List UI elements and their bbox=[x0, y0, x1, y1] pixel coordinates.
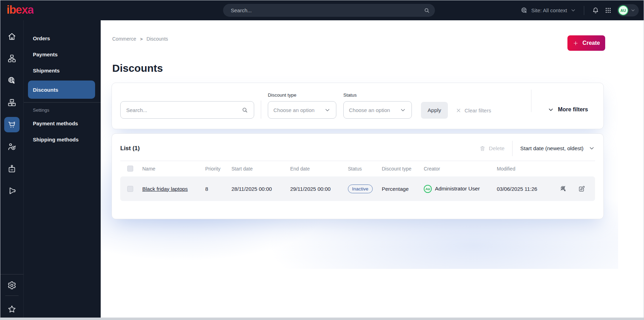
menu-item-discounts[interactable]: Discounts bbox=[28, 81, 95, 99]
apply-button[interactable]: Apply bbox=[421, 102, 448, 119]
rail-bottom-section bbox=[0, 274, 23, 317]
more-filters-label: More filters bbox=[558, 106, 588, 113]
discount-type-select[interactable]: Choose an option bbox=[268, 101, 336, 119]
breadcrumb-discounts[interactable]: Discounts bbox=[146, 36, 168, 42]
delete-button-label: Delete bbox=[489, 145, 505, 152]
sidebar-item-commerce[interactable] bbox=[4, 117, 20, 132]
sidebar-item-bookmarks[interactable] bbox=[4, 301, 20, 317]
filters-card: Discount type Choose an option Status Ch… bbox=[112, 83, 604, 129]
topbar-right-cluster: Site: All context AU bbox=[521, 0, 639, 20]
row-actions bbox=[560, 185, 595, 193]
search-icon[interactable] bbox=[424, 7, 430, 14]
star-icon bbox=[7, 305, 16, 314]
list-card: List (1) Delete Start date (newest, olde… bbox=[112, 133, 604, 219]
x-icon bbox=[456, 107, 461, 113]
column-header-end-date: End date bbox=[290, 166, 348, 172]
app-grid-icon[interactable] bbox=[605, 7, 611, 14]
table-header-row: Name Priority Start date End date Status… bbox=[120, 161, 595, 176]
global-search-input[interactable] bbox=[231, 7, 424, 13]
menu-settings-heading: Settings bbox=[24, 103, 101, 115]
globe-cursor-icon bbox=[7, 76, 16, 85]
chevron-down-icon bbox=[630, 8, 636, 13]
sidebar-item-customers[interactable] bbox=[4, 139, 20, 154]
select-all-checkbox[interactable] bbox=[127, 166, 133, 172]
start-date-cell: 28/11/2025 00:00 bbox=[231, 186, 290, 192]
sidebar-item-marketing[interactable] bbox=[4, 183, 20, 199]
site-context-selector[interactable]: Site: All context bbox=[521, 7, 576, 14]
menu-item-payments[interactable]: Payments bbox=[24, 46, 101, 62]
home-icon bbox=[7, 32, 16, 41]
main-content: Commerce > Discounts Create Discounts bbox=[101, 20, 644, 320]
ibexa-logo[interactable]: ibexa bbox=[7, 4, 34, 15]
top-bar: ibexa Site: All context bbox=[0, 0, 644, 20]
search-icon[interactable] bbox=[242, 107, 248, 113]
chevron-down-icon bbox=[570, 7, 576, 13]
menu-item-orders[interactable]: Orders bbox=[24, 30, 101, 46]
packages-icon bbox=[7, 98, 16, 107]
column-header-modified: Modified bbox=[497, 166, 560, 172]
discount-type-value: Choose an option bbox=[273, 107, 315, 113]
status-value: Choose an option bbox=[349, 107, 390, 113]
breadcrumb-commerce[interactable]: Commerce bbox=[112, 36, 136, 42]
bottom-scrollbar[interactable] bbox=[0, 318, 644, 320]
discount-name-link[interactable]: Black friday laptops bbox=[142, 186, 188, 192]
sidebar-item-admin-settings[interactable] bbox=[4, 278, 20, 293]
menu-item-label: Payments bbox=[33, 51, 58, 57]
sidebar-item-content[interactable] bbox=[4, 51, 20, 66]
creator-cell: AU Administrator User bbox=[424, 185, 497, 193]
status-label: Status bbox=[343, 92, 412, 98]
page-title: Discounts bbox=[112, 62, 163, 74]
site-context-label: Site: All context bbox=[531, 7, 567, 13]
clear-filters-label: Clear filters bbox=[465, 107, 491, 113]
application-window: ibexa Site: All context bbox=[0, 0, 644, 320]
chevron-down-icon bbox=[588, 145, 595, 152]
create-button[interactable]: Create bbox=[567, 35, 605, 51]
chevron-down-icon bbox=[324, 107, 331, 113]
clear-filters-button[interactable]: Clear filters bbox=[456, 102, 491, 119]
list-title: List (1) bbox=[120, 145, 140, 152]
sidebar-item-products[interactable] bbox=[4, 95, 20, 110]
commerce-menu-panel: Orders Payments Shipments Discounts Sett… bbox=[24, 20, 101, 320]
menu-item-shipments[interactable]: Shipments bbox=[24, 62, 101, 78]
plus-icon bbox=[573, 40, 579, 46]
sidebar-item-site[interactable] bbox=[4, 73, 20, 88]
sort-select[interactable]: Start date (newest, oldest) bbox=[520, 145, 595, 152]
menu-item-label: Shipments bbox=[33, 68, 60, 74]
avatar: AU bbox=[618, 5, 628, 15]
global-search bbox=[223, 4, 435, 17]
status-select[interactable]: Choose an option bbox=[343, 101, 412, 119]
topbar-divider bbox=[584, 6, 584, 15]
table-row: Black friday laptops 8 28/11/2025 00:00 … bbox=[120, 176, 595, 201]
column-header-name: Name bbox=[142, 166, 205, 172]
globe-icon bbox=[521, 7, 528, 14]
trash-icon bbox=[479, 145, 486, 152]
discount-type-cell: Percentage bbox=[382, 186, 424, 192]
menu-item-label: Discounts bbox=[33, 87, 58, 93]
modified-cell: 03/06/2025 11:26 bbox=[497, 186, 560, 192]
edit-icon[interactable] bbox=[578, 185, 585, 193]
menu-item-payment-methods[interactable]: Payment methods bbox=[24, 115, 101, 131]
delete-button[interactable]: Delete bbox=[479, 145, 505, 152]
megaphone-icon bbox=[7, 186, 16, 195]
sidebar-item-corporate[interactable] bbox=[4, 161, 20, 176]
chevron-down-icon bbox=[400, 107, 406, 113]
create-button-label: Create bbox=[582, 40, 600, 46]
list-head-divider bbox=[512, 141, 513, 156]
column-header-creator: Creator bbox=[424, 166, 497, 172]
status-badge: Inactive bbox=[348, 185, 373, 193]
list-search-input[interactable] bbox=[126, 107, 242, 113]
list-search-field bbox=[120, 101, 254, 119]
more-filters-button[interactable]: More filters bbox=[531, 101, 595, 118]
sidebar-item-dashboard[interactable] bbox=[4, 29, 20, 44]
row-checkbox[interactable] bbox=[127, 186, 133, 192]
avatar: AU bbox=[424, 185, 432, 193]
deactivate-discount-icon[interactable] bbox=[560, 185, 567, 193]
icon-rail bbox=[0, 20, 24, 320]
badge-icon bbox=[7, 164, 16, 173]
column-header-priority: Priority bbox=[205, 166, 231, 172]
breadcrumb-separator: > bbox=[140, 36, 143, 42]
user-menu[interactable]: AU bbox=[617, 4, 639, 16]
notifications-bell-icon[interactable] bbox=[592, 7, 599, 14]
menu-item-shipping-methods[interactable]: Shipping methods bbox=[24, 131, 101, 147]
rail-divider bbox=[5, 295, 19, 296]
